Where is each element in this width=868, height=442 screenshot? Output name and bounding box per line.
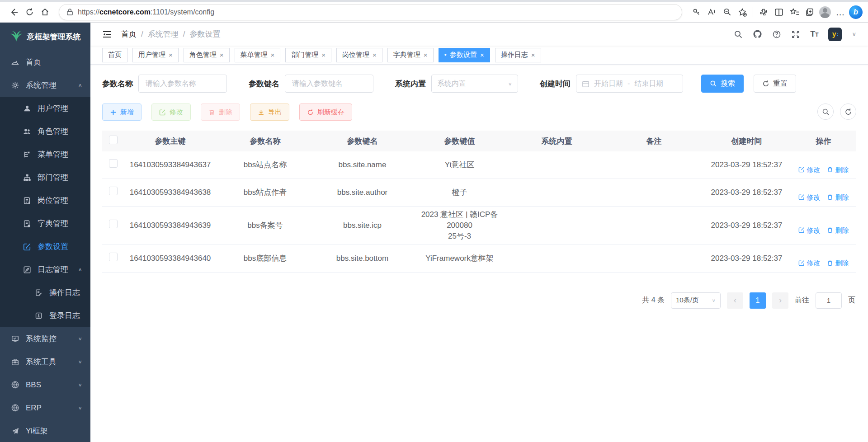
extensions-button[interactable]: [756, 5, 771, 20]
row-edit-button[interactable]: 修改: [798, 193, 821, 202]
sidebar-item-config[interactable]: 参数设置: [0, 235, 90, 258]
sidebar-item-dictionary[interactable]: 字典管理: [0, 212, 90, 235]
sidebar-item-posts[interactable]: 岗位管理: [0, 189, 90, 212]
breadcrumb-home[interactable]: 首页: [121, 29, 137, 39]
font-size-button[interactable]: TT: [810, 29, 818, 39]
url-bar[interactable]: https://ccnetcore.com:1101/system/config: [59, 4, 682, 20]
next-page-button[interactable]: ›: [772, 292, 788, 309]
filter-name-input[interactable]: [138, 75, 227, 93]
tab-departments[interactable]: 部门管理×: [285, 48, 331, 62]
close-icon[interactable]: ×: [424, 51, 428, 59]
home-button[interactable]: [37, 5, 52, 20]
sidebar-item-logs[interactable]: 日志管理 ∧: [0, 258, 90, 281]
row-delete-button[interactable]: 删除: [827, 226, 849, 235]
tab-operation-log[interactable]: 操作日志×: [495, 48, 541, 62]
copilot-button[interactable]: b: [848, 5, 863, 20]
table-row[interactable]: 1641030593384943638 bbs站点作者 bbs.site.aut…: [102, 179, 856, 207]
sidebar-item-users[interactable]: 用户管理: [0, 97, 90, 120]
sidebar-item-monitor[interactable]: 系统监控 ∨: [0, 327, 90, 350]
avatar-caret[interactable]: ∨: [852, 31, 856, 38]
password-button[interactable]: [689, 5, 704, 20]
header-search-button[interactable]: [734, 30, 743, 39]
page-size-select[interactable]: 10条/页 ∨: [671, 292, 721, 309]
sidebar-item-login-log[interactable]: 登录日志: [0, 304, 90, 327]
builtin-select[interactable]: 系统内置 ∨: [431, 75, 518, 93]
table-row[interactable]: 1641030593384943639 bbs备案号 bbs.site.icp …: [102, 207, 856, 245]
select-all-checkbox[interactable]: [109, 136, 118, 144]
browser-menu-button[interactable]: …: [833, 5, 848, 20]
zoom-out-button[interactable]: [719, 5, 735, 20]
favorites-button[interactable]: [787, 5, 802, 20]
sidebar-collapse-button[interactable]: [102, 30, 112, 39]
tab-menus[interactable]: 菜单管理×: [235, 48, 281, 62]
date-range-picker[interactable]: 开始日期 - 结束日期: [576, 75, 683, 93]
edit-button[interactable]: 修改: [151, 103, 191, 121]
close-icon[interactable]: ×: [531, 51, 535, 59]
tab-posts[interactable]: 岗位管理×: [336, 48, 382, 62]
tab-home[interactable]: 首页: [102, 48, 127, 62]
favorite-star-button[interactable]: [735, 5, 750, 20]
sidebar-item-system[interactable]: 系统管理 ∧: [0, 74, 90, 97]
close-icon[interactable]: ×: [373, 51, 377, 59]
tab-users[interactable]: 用户管理×: [132, 48, 179, 62]
row-edit-button[interactable]: 修改: [798, 226, 821, 235]
add-button[interactable]: 新增: [102, 103, 142, 121]
row-edit-button[interactable]: 修改: [798, 165, 821, 174]
sidebar-item-departments[interactable]: 部门管理: [0, 166, 90, 189]
filter-key-input[interactable]: [285, 75, 373, 93]
row-delete-button[interactable]: 删除: [827, 193, 849, 202]
close-icon[interactable]: ×: [321, 51, 326, 59]
sidebar-item-tools[interactable]: 系统工具 ∨: [0, 350, 90, 373]
refresh-cache-button[interactable]: 刷新缓存: [299, 103, 352, 121]
sidebar-item-home[interactable]: 首页: [0, 51, 90, 74]
read-aloud-button[interactable]: [704, 5, 719, 20]
reset-button[interactable]: 重置: [754, 75, 796, 93]
sidebar-item-erp[interactable]: ERP ∨: [0, 396, 90, 419]
sidebar-item-roles[interactable]: 角色管理: [0, 120, 90, 143]
close-icon[interactable]: ×: [480, 51, 484, 59]
github-button[interactable]: [753, 29, 762, 39]
delete-button[interactable]: 删除: [201, 103, 240, 121]
active-dot-icon: ●: [444, 53, 447, 57]
collections-button[interactable]: [802, 5, 817, 20]
tab-config-active[interactable]: ●参数设置×: [439, 48, 490, 62]
close-icon[interactable]: ×: [271, 51, 275, 59]
row-delete-button[interactable]: 删除: [827, 258, 849, 268]
row-edit-button[interactable]: 修改: [798, 258, 821, 268]
prev-page-button[interactable]: ‹: [727, 292, 743, 309]
fullscreen-button[interactable]: [791, 30, 800, 39]
table-row[interactable]: 1641030593384943640 bbs底部信息 bbs.site.bot…: [102, 245, 856, 272]
toggle-search-button[interactable]: [817, 103, 834, 120]
goto-page-input[interactable]: [816, 292, 842, 309]
search-button[interactable]: 搜索: [701, 75, 744, 93]
reload-button[interactable]: [22, 5, 37, 20]
page-1-button[interactable]: 1: [750, 292, 766, 309]
profile-button[interactable]: [817, 5, 833, 20]
close-icon[interactable]: ×: [169, 51, 173, 59]
sidebar-item-operation-log[interactable]: 操作日志: [0, 281, 90, 304]
row-checkbox[interactable]: [109, 187, 118, 195]
sidebar-item-label: 部门管理: [38, 172, 68, 183]
close-icon[interactable]: ×: [220, 51, 224, 59]
tab-dictionary[interactable]: 字典管理×: [387, 48, 434, 62]
sidebar-item-yi-framework[interactable]: Yi框架: [0, 419, 90, 442]
log-icon: [23, 266, 31, 274]
table-row[interactable]: 1641030593384943637 bbs站点名称 bbs.site.nam…: [102, 151, 856, 179]
table-mini-tools: [817, 103, 856, 120]
sidebar-item-bbs[interactable]: BBS ∨: [0, 373, 90, 396]
back-button[interactable]: [6, 5, 22, 20]
refresh-table-button[interactable]: [840, 103, 856, 120]
split-screen-button[interactable]: [771, 5, 787, 20]
row-checkbox[interactable]: [109, 159, 118, 168]
row-checkbox[interactable]: [109, 220, 118, 228]
app-logo[interactable]: 意框架管理系统: [0, 23, 90, 51]
row-checkbox[interactable]: [109, 253, 118, 261]
sidebar-item-menus[interactable]: 菜单管理: [0, 143, 90, 166]
user-avatar[interactable]: y:: [828, 28, 842, 41]
help-button[interactable]: [772, 30, 781, 39]
edit-icon: [798, 227, 805, 233]
export-button[interactable]: 导出: [250, 103, 289, 121]
tab-roles[interactable]: 角色管理×: [184, 48, 230, 62]
row-delete-button[interactable]: 删除: [827, 165, 849, 174]
zoom-out-icon: [723, 8, 731, 16]
